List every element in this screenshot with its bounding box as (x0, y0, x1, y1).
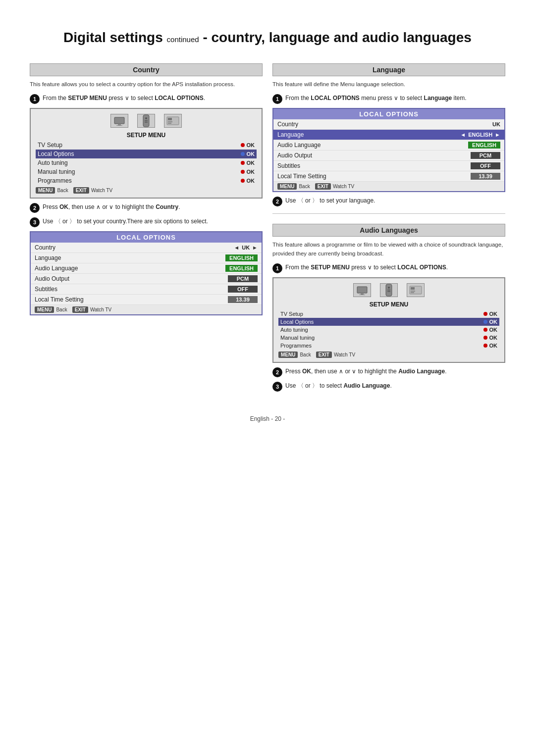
audio-languages-section: Audio Languages This feature allows a pr… (272, 224, 505, 392)
country-step2-text: Press OK, then use ∧ or ∨ to highlight t… (43, 202, 263, 211)
menu-row-tvsetup-left: TV Setup OK (36, 141, 257, 150)
val-localtime-left: 13.39 (228, 296, 258, 303)
country-desc: This feature allows you to select a coun… (30, 80, 263, 89)
lbl-watchtv-right: Watch TV (334, 352, 355, 357)
footer-text: English - 20 - (250, 415, 285, 422)
title-sub: - country, language and audio languages (203, 30, 471, 45)
left-column: Country This feature allows you to selec… (30, 63, 263, 319)
local-opts-row-language-left: Language ENGLISH (31, 253, 262, 263)
dot-manualtuning-right (483, 336, 487, 340)
lbl-back-right: Back (300, 352, 311, 357)
page-footer: English - 20 - (30, 415, 505, 422)
local-opts-footer-left: MENU Back EXIT Watch TV (31, 305, 262, 314)
menu-btn-menu-left: MENU (36, 187, 55, 194)
step-num-1: 1 (30, 94, 40, 104)
step-num-lang-2: 2 (272, 197, 282, 206)
icon-tv (110, 114, 128, 128)
local-opts-row-audiolang-left: Audio Language ENGLISH (31, 263, 262, 274)
dot-localopts-left (241, 152, 245, 156)
svg-rect-5 (145, 120, 148, 121)
local-opts-footer-right: MENU Back EXIT Watch TV (273, 182, 504, 191)
setup-menu-title-right: SETUP MENU (278, 301, 499, 308)
svg-point-15 (388, 287, 390, 289)
local-options-box-right-lang: LOCAL OPTIONS Country UK Language ◄ ENGL… (272, 108, 505, 192)
step-num-audio-1: 1 (272, 263, 282, 273)
svg-rect-19 (411, 287, 415, 290)
page-title: Digital settings continued - country, la… (30, 30, 505, 46)
icon-remote (137, 114, 155, 128)
menu-row-manualtuning-right: Manual tuning OK (278, 334, 499, 342)
audio-step1: 1 From the SETUP MENU press ∨ to select … (272, 263, 505, 273)
country-step3: 3 Use 〈 or 〉 to set your country.There a… (30, 217, 263, 227)
menu-row-autotuning-left: Auto tuning OK (36, 158, 257, 167)
local-opts-row-audiolang-right: Audio Language ENGLISH (273, 140, 504, 151)
setup-menu-box-left: SETUP MENU TV Setup OK Local Options OK … (30, 108, 263, 199)
title-main: Digital settings (63, 30, 163, 45)
step-num-audio-2: 2 (272, 367, 282, 377)
audio-languages-desc: This feature allows a programme or film … (272, 241, 505, 258)
menu-row-tvsetup-right: TV Setup OK (278, 310, 499, 318)
svg-rect-17 (387, 291, 390, 292)
language-section-header: Language (272, 63, 505, 76)
country-step2: 2 Press OK, then use ∧ or ∨ to highlight… (30, 202, 263, 213)
title-continued: continued (167, 35, 199, 44)
val-subtitles-left: OFF (228, 286, 258, 293)
icon-remote-right (380, 283, 398, 297)
dot-localopts-right (483, 320, 487, 324)
dot-manualtuning-left (241, 170, 245, 174)
btn-exit-localopts-left: EXIT (72, 306, 88, 313)
dot-programmes-left (241, 179, 245, 183)
lbl-watchtv-localopts-right: Watch TV (333, 184, 354, 189)
menu-btn-exit-left: EXIT (73, 187, 89, 194)
step-num-3: 3 (30, 217, 40, 227)
val-subtitles-right: OFF (471, 162, 500, 169)
local-options-box-left: LOCAL OPTIONS Country ◄ UK ► Language EN… (30, 231, 263, 315)
icon-tv-right (353, 283, 371, 297)
btn-menu-localopts-right: MENU (277, 183, 297, 190)
lbl-back-localopts-left: Back (56, 307, 67, 312)
menu-row-manualtuning-left: Manual tuning OK (36, 167, 257, 176)
svg-rect-1 (118, 124, 121, 125)
val-localtime-right: 13.39 (471, 173, 500, 180)
arrow-left-country: ◄ (234, 245, 239, 251)
lang-step2-text: Use 〈 or 〉 to set your language. (285, 196, 505, 205)
svg-rect-13 (359, 295, 365, 295)
audio-languages-header: Audio Languages (272, 224, 505, 237)
audio-step2-text: Press OK, then use ∧ or ∨ to highlight t… (285, 367, 505, 376)
local-opts-row-localtime-right: Local Time Setting 13.39 (273, 171, 504, 182)
local-opts-row-audioout-right: Audio Output PCM (273, 151, 504, 161)
menu-lbl-watchtv-left: Watch TV (91, 188, 112, 193)
btn-exit-right: EXIT (316, 352, 332, 358)
dot-tvsetup-left (241, 143, 245, 147)
dot-programmes-right (483, 344, 487, 348)
lbl-back-localopts-right: Back (299, 184, 310, 189)
svg-rect-16 (387, 290, 390, 291)
menu-footer-left: MENU Back EXIT Watch TV (36, 187, 257, 194)
arrow-right-country: ► (252, 245, 258, 251)
audio-step2: 2 Press OK, then use ∧ or ∨ to highlight… (272, 367, 505, 377)
dot-autotuning-left (241, 161, 245, 165)
page: Digital settings continued - country, la… (0, 0, 535, 756)
menu-row-localopts-right: Local Options OK (278, 318, 499, 326)
svg-rect-6 (145, 122, 148, 123)
menu-row-programmes-right: Programmes OK (278, 342, 499, 350)
local-opts-row-audioout-left: Audio Output PCM (31, 274, 262, 284)
lbl-watchtv-localopts-left: Watch TV (90, 307, 111, 312)
svg-rect-2 (116, 125, 122, 126)
country-step1: 1 From the SETUP MENU press ∨ to select … (30, 94, 263, 104)
local-opts-row-localtime-left: Local Time Setting 13.39 (31, 295, 262, 305)
language-desc: This feature will define the Menu langua… (272, 80, 505, 89)
country-step3-text: Use 〈 or 〉 to set your country.There are… (43, 217, 263, 226)
audio-step3-text: Use 〈 or 〉 to select Audio Language. (285, 381, 505, 390)
audio-step3: 3 Use 〈 or 〉 to select Audio Language. (272, 381, 505, 392)
menu-footer-right: MENU Back EXIT Watch TV (278, 352, 499, 358)
btn-menu-localopts-left: MENU (35, 306, 54, 313)
menu-lbl-back-left: Back (57, 188, 68, 193)
svg-point-4 (145, 117, 147, 119)
lang-step1-text: From the LOCAL OPTIONS menu press ∨ to s… (285, 94, 505, 102)
country-section-header: Country (30, 63, 263, 76)
local-opts-row-country-right: Country UK (273, 119, 504, 130)
setup-menu-icons-right (278, 281, 499, 299)
svg-rect-12 (361, 293, 364, 295)
val-audioout-left: PCM (228, 275, 258, 282)
